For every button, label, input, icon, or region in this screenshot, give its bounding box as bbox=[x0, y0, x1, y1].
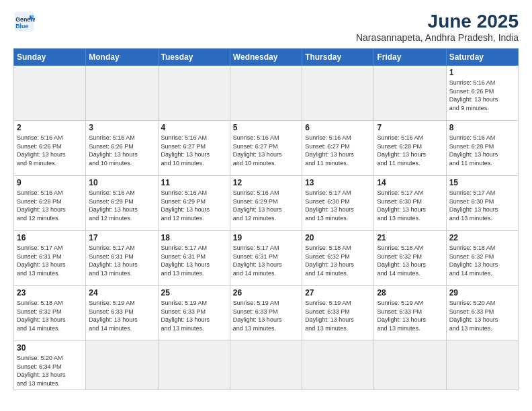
day-info-11: Sunrise: 5:16 AM Sunset: 6:29 PM Dayligh… bbox=[161, 189, 227, 222]
day-cell-9: 9Sunrise: 5:16 AM Sunset: 6:28 PM Daylig… bbox=[14, 176, 86, 231]
day-cell-12: 12Sunrise: 5:16 AM Sunset: 6:29 PM Dayli… bbox=[230, 176, 302, 231]
day-number-21: 21 bbox=[377, 233, 443, 242]
day-cell-24: 24Sunrise: 5:19 AM Sunset: 6:33 PM Dayli… bbox=[86, 286, 158, 341]
day-info-5: Sunrise: 5:16 AM Sunset: 6:27 PM Dayligh… bbox=[233, 134, 299, 167]
day-cell-16: 16Sunrise: 5:17 AM Sunset: 6:31 PM Dayli… bbox=[14, 231, 86, 286]
day-cell-19: 19Sunrise: 5:17 AM Sunset: 6:31 PM Dayli… bbox=[230, 231, 302, 286]
header-wednesday: Wednesday bbox=[230, 49, 302, 66]
day-cell-26: 26Sunrise: 5:19 AM Sunset: 6:33 PM Dayli… bbox=[230, 286, 302, 341]
day-cell-18: 18Sunrise: 5:17 AM Sunset: 6:31 PM Dayli… bbox=[158, 231, 230, 286]
day-info-30: Sunrise: 5:20 AM Sunset: 6:34 PM Dayligh… bbox=[17, 354, 83, 387]
day-number-13: 13 bbox=[305, 178, 371, 187]
empty-cell bbox=[14, 66, 86, 121]
day-info-15: Sunrise: 5:17 AM Sunset: 6:30 PM Dayligh… bbox=[449, 189, 515, 222]
day-number-8: 8 bbox=[449, 123, 515, 132]
day-info-25: Sunrise: 5:19 AM Sunset: 6:33 PM Dayligh… bbox=[161, 299, 227, 332]
empty-cell bbox=[230, 66, 302, 121]
day-info-8: Sunrise: 5:16 AM Sunset: 6:28 PM Dayligh… bbox=[449, 134, 515, 167]
empty-cell bbox=[374, 341, 446, 390]
day-info-10: Sunrise: 5:16 AM Sunset: 6:29 PM Dayligh… bbox=[89, 189, 154, 222]
day-cell-29: 29Sunrise: 5:20 AM Sunset: 6:33 PM Dayli… bbox=[446, 286, 518, 341]
day-cell-4: 4Sunrise: 5:16 AM Sunset: 6:27 PM Daylig… bbox=[158, 121, 230, 176]
day-number-16: 16 bbox=[17, 233, 83, 242]
day-number-17: 17 bbox=[89, 233, 154, 242]
day-number-10: 10 bbox=[89, 178, 154, 187]
day-info-6: Sunrise: 5:16 AM Sunset: 6:27 PM Dayligh… bbox=[305, 134, 371, 167]
day-cell-6: 6Sunrise: 5:16 AM Sunset: 6:27 PM Daylig… bbox=[302, 121, 374, 176]
day-number-18: 18 bbox=[161, 233, 227, 242]
header-friday: Friday bbox=[374, 49, 446, 66]
logo-icon: General Blue bbox=[13, 11, 35, 32]
week-row-3: 9Sunrise: 5:16 AM Sunset: 6:28 PM Daylig… bbox=[14, 176, 519, 231]
day-number-23: 23 bbox=[17, 288, 83, 298]
day-info-24: Sunrise: 5:19 AM Sunset: 6:33 PM Dayligh… bbox=[89, 299, 154, 332]
day-info-13: Sunrise: 5:17 AM Sunset: 6:30 PM Dayligh… bbox=[305, 189, 371, 222]
header-thursday: Thursday bbox=[302, 49, 374, 66]
day-info-19: Sunrise: 5:17 AM Sunset: 6:31 PM Dayligh… bbox=[233, 244, 299, 277]
day-info-14: Sunrise: 5:17 AM Sunset: 6:30 PM Dayligh… bbox=[377, 189, 443, 222]
day-number-30: 30 bbox=[17, 343, 83, 353]
day-number-4: 4 bbox=[161, 123, 227, 132]
day-info-21: Sunrise: 5:18 AM Sunset: 6:32 PM Dayligh… bbox=[377, 244, 443, 277]
day-number-6: 6 bbox=[305, 123, 371, 132]
empty-cell bbox=[230, 341, 302, 390]
day-number-22: 22 bbox=[449, 233, 515, 242]
day-info-23: Sunrise: 5:18 AM Sunset: 6:32 PM Dayligh… bbox=[17, 299, 83, 332]
day-number-14: 14 bbox=[377, 178, 443, 187]
svg-text:Blue: Blue bbox=[15, 23, 28, 30]
day-number-15: 15 bbox=[449, 178, 515, 187]
header-monday: Monday bbox=[86, 49, 158, 66]
header-saturday: Saturday bbox=[446, 49, 518, 66]
week-row-1: 1Sunrise: 5:16 AM Sunset: 6:26 PM Daylig… bbox=[14, 66, 519, 121]
empty-cell bbox=[374, 66, 446, 121]
calendar-table: SundayMondayTuesdayWednesdayThursdayFrid… bbox=[13, 48, 519, 390]
empty-cell bbox=[302, 66, 374, 121]
empty-cell bbox=[158, 341, 230, 390]
day-cell-5: 5Sunrise: 5:16 AM Sunset: 6:27 PM Daylig… bbox=[230, 121, 302, 176]
day-cell-8: 8Sunrise: 5:16 AM Sunset: 6:28 PM Daylig… bbox=[446, 121, 518, 176]
day-cell-30: 30Sunrise: 5:20 AM Sunset: 6:34 PM Dayli… bbox=[14, 341, 86, 390]
week-row-4: 16Sunrise: 5:17 AM Sunset: 6:31 PM Dayli… bbox=[14, 231, 519, 286]
day-number-19: 19 bbox=[233, 233, 299, 242]
day-cell-20: 20Sunrise: 5:18 AM Sunset: 6:32 PM Dayli… bbox=[302, 231, 374, 286]
day-number-24: 24 bbox=[89, 288, 154, 298]
week-row-2: 2Sunrise: 5:16 AM Sunset: 6:26 PM Daylig… bbox=[14, 121, 519, 176]
day-cell-1: 1Sunrise: 5:16 AM Sunset: 6:26 PM Daylig… bbox=[446, 66, 518, 121]
day-cell-28: 28Sunrise: 5:19 AM Sunset: 6:33 PM Dayli… bbox=[374, 286, 446, 341]
day-cell-23: 23Sunrise: 5:18 AM Sunset: 6:32 PM Dayli… bbox=[14, 286, 86, 341]
empty-cell bbox=[86, 341, 158, 390]
day-cell-15: 15Sunrise: 5:17 AM Sunset: 6:30 PM Dayli… bbox=[446, 176, 518, 231]
day-cell-7: 7Sunrise: 5:16 AM Sunset: 6:28 PM Daylig… bbox=[374, 121, 446, 176]
day-info-22: Sunrise: 5:18 AM Sunset: 6:32 PM Dayligh… bbox=[449, 244, 515, 277]
page: General Blue General Blue June 2025 Nara… bbox=[0, 0, 532, 411]
day-cell-14: 14Sunrise: 5:17 AM Sunset: 6:30 PM Dayli… bbox=[374, 176, 446, 231]
day-number-11: 11 bbox=[161, 178, 227, 187]
day-info-29: Sunrise: 5:20 AM Sunset: 6:33 PM Dayligh… bbox=[449, 299, 515, 332]
day-info-3: Sunrise: 5:16 AM Sunset: 6:26 PM Dayligh… bbox=[89, 134, 154, 167]
empty-cell bbox=[86, 66, 158, 121]
day-number-2: 2 bbox=[17, 123, 83, 132]
title-area: June 2025 Narasannapeta, Andhra Pradesh,… bbox=[356, 11, 519, 43]
day-number-28: 28 bbox=[377, 288, 443, 298]
empty-cell bbox=[446, 341, 518, 390]
day-cell-17: 17Sunrise: 5:17 AM Sunset: 6:31 PM Dayli… bbox=[86, 231, 158, 286]
week-row-5: 23Sunrise: 5:18 AM Sunset: 6:32 PM Dayli… bbox=[14, 286, 519, 341]
header: General Blue General Blue June 2025 Nara… bbox=[13, 11, 519, 43]
day-cell-25: 25Sunrise: 5:19 AM Sunset: 6:33 PM Dayli… bbox=[158, 286, 230, 341]
week-row-6: 30Sunrise: 5:20 AM Sunset: 6:34 PM Dayli… bbox=[14, 341, 519, 390]
empty-cell bbox=[158, 66, 230, 121]
day-info-17: Sunrise: 5:17 AM Sunset: 6:31 PM Dayligh… bbox=[89, 244, 154, 277]
day-cell-13: 13Sunrise: 5:17 AM Sunset: 6:30 PM Dayli… bbox=[302, 176, 374, 231]
day-info-20: Sunrise: 5:18 AM Sunset: 6:32 PM Dayligh… bbox=[305, 244, 371, 277]
day-number-26: 26 bbox=[233, 288, 299, 298]
day-info-16: Sunrise: 5:17 AM Sunset: 6:31 PM Dayligh… bbox=[17, 244, 83, 277]
day-info-4: Sunrise: 5:16 AM Sunset: 6:27 PM Dayligh… bbox=[161, 134, 227, 167]
day-cell-2: 2Sunrise: 5:16 AM Sunset: 6:26 PM Daylig… bbox=[14, 121, 86, 176]
day-number-7: 7 bbox=[377, 123, 443, 132]
day-info-12: Sunrise: 5:16 AM Sunset: 6:29 PM Dayligh… bbox=[233, 189, 299, 222]
day-number-20: 20 bbox=[305, 233, 371, 242]
day-info-26: Sunrise: 5:19 AM Sunset: 6:33 PM Dayligh… bbox=[233, 299, 299, 332]
day-info-7: Sunrise: 5:16 AM Sunset: 6:28 PM Dayligh… bbox=[377, 134, 443, 167]
day-number-9: 9 bbox=[17, 178, 83, 187]
calendar-header-row: SundayMondayTuesdayWednesdayThursdayFrid… bbox=[14, 49, 519, 66]
